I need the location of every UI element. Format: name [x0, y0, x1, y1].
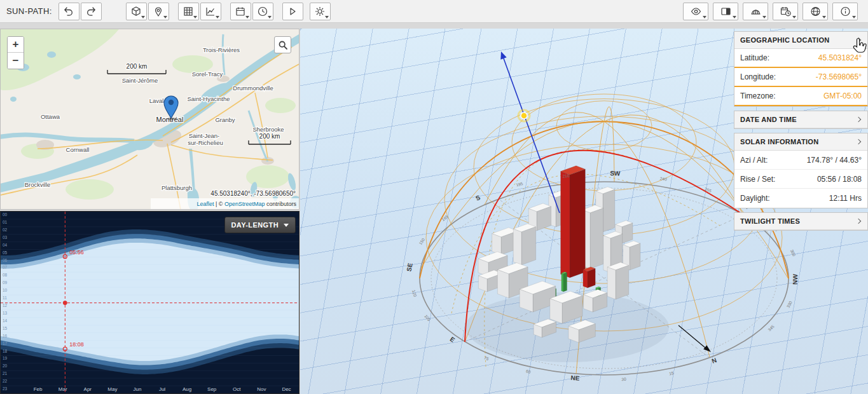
longitude-row[interactable]: Longitude: -73.5698065° — [734, 68, 867, 87]
compass-label: NW — [792, 274, 799, 285]
map-place-label: Sorel-Tracy — [192, 71, 223, 78]
map-canvas[interactable]: 200 km 200 km Trois-RivièresSorel-TracyD… — [1, 29, 299, 209]
map-coordinates: 45.50318240°, -73.56980650° — [210, 190, 296, 197]
globe-icon — [809, 6, 822, 17]
toolbar-right-group — [683, 3, 862, 20]
datetime-button[interactable] — [773, 3, 798, 20]
location-button[interactable] — [148, 3, 169, 20]
sunset-time-label: 18:08 — [69, 341, 84, 348]
solar-information-header[interactable]: SOLAR INFORMATION — [734, 133, 867, 151]
daylength-dropdown[interactable]: DAY-LENGTH — [224, 217, 296, 233]
map-search-button[interactable] — [274, 36, 291, 53]
map-place-label: Plattsburgh — [162, 184, 192, 191]
map-place-label: Sherbrooke — [252, 126, 284, 133]
dropdown-caret-icon — [193, 16, 197, 18]
map-scale-label-right: 200 km — [259, 133, 280, 140]
redo-button[interactable] — [81, 3, 102, 20]
geographic-location-header[interactable]: GEOGRAPHIC LOCATION — [734, 32, 867, 49]
latitude-row[interactable]: Latitude: 45.5031824° — [734, 49, 867, 68]
calendar-button[interactable] — [230, 3, 251, 20]
compass-label: 300 — [790, 248, 797, 257]
osm-link[interactable]: OpenStreetMap — [224, 201, 265, 207]
twilight-times-header[interactable]: TWILIGHT TIMES — [734, 213, 867, 230]
top-toolbar: SUN-PATH: — [0, 0, 868, 23]
daylength-panel: 0001020304050607080910111213141516171819… — [0, 211, 300, 394]
hour-label: 02 — [3, 228, 8, 232]
row-label: Azi / Alt: — [740, 156, 768, 165]
dome-button[interactable] — [743, 3, 768, 20]
hour-label: 20 — [3, 363, 8, 368]
section-title: GEOGRAPHIC LOCATION — [740, 36, 830, 44]
play-button[interactable] — [282, 3, 303, 20]
chart-button[interactable] — [200, 3, 221, 20]
right-sidebar: GEOGRAPHIC LOCATION Latitude: 45.5031824… — [734, 31, 868, 234]
hour-label: 19 — [3, 356, 8, 360]
visibility-button[interactable] — [683, 3, 708, 20]
clock-icon — [257, 6, 268, 17]
model-button[interactable] — [126, 3, 147, 20]
hour-label: 09 — [3, 280, 8, 285]
sunrise-time-label: 05:56 — [69, 249, 84, 255]
compass-label: 195 — [516, 181, 524, 187]
search-icon — [278, 40, 288, 50]
info-button[interactable] — [832, 3, 858, 20]
dropdown-caret-icon — [141, 16, 145, 18]
hour-label: 18 — [3, 349, 8, 353]
noon-marker[interactable] — [63, 301, 67, 305]
dropdown-caret-icon — [216, 16, 219, 18]
date-and-time-header[interactable]: DATE AND TIME — [734, 111, 867, 128]
undo-button[interactable] — [59, 3, 79, 20]
section-geographic-location: GEOGRAPHIC LOCATION Latitude: 45.5031824… — [734, 31, 868, 107]
compass-label: SW — [610, 170, 621, 177]
compass-label: 150 — [418, 237, 425, 245]
globe-button[interactable] — [803, 3, 828, 20]
compass-label: 60 — [525, 369, 531, 374]
map-place-label: Trois-Rivières — [203, 46, 240, 53]
map-place-label: Ottawa — [41, 113, 60, 120]
map-place-label: Granby — [215, 116, 235, 123]
compass-label: 120 — [411, 289, 418, 297]
month-label: Feb — [34, 386, 43, 392]
azimuth-altitude-value: 174.78° / 44.63° — [807, 156, 862, 165]
map-place-label: Drummondville — [233, 85, 273, 92]
map-place-label: Cornwall — [66, 146, 90, 153]
daylength-chart[interactable]: 0001020304050607080910111213141516171819… — [1, 212, 299, 393]
dropdown-caret-icon — [703, 16, 706, 18]
timezone-row[interactable]: Timezone: GMT-05:00 — [734, 87, 867, 106]
compass-label: 255 — [704, 187, 712, 193]
daylight-row: Daylight: 12:11 Hrs — [734, 189, 867, 208]
hour-label: 01 — [3, 220, 8, 224]
grid-icon — [183, 6, 194, 17]
dropdown-caret-icon — [792, 16, 796, 18]
redo-icon — [85, 6, 97, 17]
sun-marker[interactable] — [518, 110, 530, 121]
map-pin-icon — [153, 6, 164, 17]
compass-label: 105 — [424, 314, 431, 322]
display-button[interactable] — [713, 3, 738, 20]
daylength-dropdown-label: DAY-LENGTH — [231, 221, 279, 229]
chevron-right-icon — [856, 37, 861, 43]
hour-label: 07 — [3, 265, 8, 269]
display-icon — [720, 6, 732, 17]
zoom-out-button[interactable]: − — [8, 53, 24, 69]
compass-label: N — [711, 357, 718, 365]
calendar-clock-icon — [780, 6, 792, 17]
settings-button[interactable] — [310, 3, 331, 20]
hour-label: 21 — [3, 371, 8, 376]
zoom-in-button[interactable]: + — [8, 37, 24, 53]
leaflet-link[interactable]: Leaflet — [196, 201, 214, 207]
hour-label: 03 — [3, 235, 8, 240]
hour-label: 06 — [3, 258, 8, 262]
month-label: May — [107, 386, 117, 392]
hour-label: 17 — [3, 341, 8, 346]
month-label: Mar — [59, 386, 67, 392]
compass-label: E — [449, 336, 457, 344]
rise-set-row: Rise / Set: 05:56 / 18:08 — [734, 170, 867, 189]
undo-icon — [63, 6, 74, 17]
row-label: Longitude: — [740, 72, 776, 81]
time-button[interactable] — [252, 3, 273, 20]
row-label: Rise / Set: — [740, 175, 775, 184]
dropdown-caret-icon — [822, 16, 826, 18]
map-place-label: Saint-Hyacinthe — [187, 95, 230, 102]
grid-button[interactable] — [178, 3, 199, 20]
